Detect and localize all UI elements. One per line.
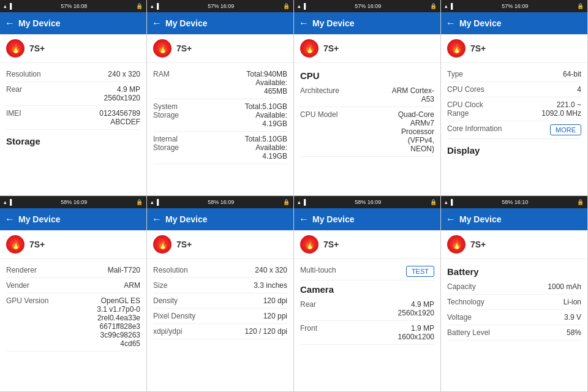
status-bar: ▴ ▐ 58% 16:10 🔒 — [441, 196, 587, 208]
nav-bar: ← My Device — [294, 12, 440, 34]
row-label-1: Rear — [6, 85, 61, 94]
lock-icon: 🔒 — [577, 3, 584, 9]
info-row-2: IMEI 0123456789ABCDEF — [6, 106, 140, 130]
back-button[interactable]: ← — [5, 214, 15, 225]
row-value-3: 58% — [567, 328, 581, 337]
row-label-0: Resolution — [6, 70, 61, 78]
row-label-0: Multi-touch — [300, 266, 355, 274]
panel-p1: ▴ ▐ 57% 16:08 🔒 ← My Device 🔥 7S+ Resolu… — [0, 0, 147, 196]
row-value-4: 120 / 120 dpi — [245, 327, 287, 336]
panel-p4: ▴ ▐ 57% 16:09 🔒 ← My Device 🔥 7S+ Type — [441, 0, 588, 196]
back-button[interactable]: ← — [299, 18, 309, 29]
status-bar: ▴ ▐ 58% 16:09 🔒 — [294, 196, 440, 208]
section-header: Battery — [447, 263, 581, 279]
status-time: 57% 16:08 — [61, 3, 87, 9]
info-row-1: Rear 4.9 MP2560x1920 — [6, 82, 140, 106]
wifi-icon: ▴ — [151, 199, 154, 205]
status-icons-left: ▴ ▐ — [151, 199, 159, 205]
panel-p2: ▴ ▐ 57% 16:09 🔒 ← My Device 🔥 7S+ RAM — [147, 0, 294, 196]
status-icons-right: 🔒 — [430, 3, 437, 9]
panel-content: Resolution 240 x 320 Rear 4.9 MP2560x192… — [0, 63, 146, 195]
nav-title: My Device — [165, 214, 207, 224]
panel-content: CPU Architecture ARM Cortex-A53 CPU Mode… — [294, 63, 440, 195]
row-value-3: 1.9 MP1600x1200 — [398, 324, 434, 341]
signal-icon: ▐ — [8, 199, 12, 205]
nav-bar: ← My Device — [0, 208, 146, 230]
row-value-2: 3.9 V — [564, 313, 581, 322]
device-header: 🔥 7S+ — [147, 230, 293, 259]
row-label-1: Technology — [447, 298, 502, 306]
status-bar: ▴ ▐ 57% 16:09 🔒 — [441, 0, 587, 12]
status-bar: ▴ ▐ 57% 16:08 🔒 — [0, 0, 146, 12]
row-value-2: 120 dpi — [263, 296, 287, 305]
status-icons-left: ▴ ▐ — [298, 199, 306, 205]
info-row-2: InternalStorage Total:5.10GBAvailable:4.… — [153, 132, 287, 164]
back-button[interactable]: ← — [5, 18, 15, 29]
device-name: 7S+ — [323, 43, 339, 53]
row-value-0: 1000 mAh — [548, 282, 581, 291]
panel-p6: ▴ ▐ 58% 16:09 🔒 ← My Device 🔥 7S+ Resolu… — [147, 196, 294, 392]
nav-title: My Device — [165, 18, 207, 28]
row-value-2: 221.0 ~1092.0 MHz — [541, 100, 581, 118]
back-button[interactable]: ← — [446, 18, 456, 29]
device-header: 🔥 7S+ — [0, 34, 146, 63]
panel-content: Resolution 240 x 320 Size 3.3 inches Den… — [147, 259, 293, 391]
status-icons-right: 🔒 — [136, 3, 143, 9]
status-time: 58% 16:09 — [61, 199, 87, 205]
footer-section: Storage — [6, 132, 140, 149]
panel-p7: ▴ ▐ 58% 16:09 🔒 ← My Device 🔥 7S+ Multi-… — [294, 196, 441, 392]
nav-title: My Device — [459, 214, 501, 224]
signal-icon: ▐ — [449, 3, 453, 9]
device-name: 7S+ — [470, 239, 486, 249]
row-label-0: Renderer — [6, 266, 61, 274]
back-button[interactable]: ← — [446, 214, 456, 225]
row-value-0: 64-bit — [563, 70, 581, 78]
info-row-0: Capacity 1000 mAh — [447, 279, 581, 295]
nav-bar: ← My Device — [294, 208, 440, 230]
action-button-0[interactable]: TEST — [406, 266, 434, 277]
status-icons-left: ▴ ▐ — [298, 3, 306, 9]
section-header-1: Camera — [300, 281, 434, 297]
info-row-0: Architecture ARM Cortex-A53 — [300, 83, 434, 107]
row-value-1: Li-ion — [564, 298, 581, 306]
row-label-2: CPU ClockRange — [447, 100, 502, 118]
wifi-icon: ▴ — [445, 3, 448, 9]
nav-bar: ← My Device — [0, 12, 146, 34]
info-row-1: CPU Model Quad-CoreARMv7Processor(VFPv4,… — [300, 107, 434, 157]
device-header: 🔥 7S+ — [441, 34, 587, 63]
device-name: 7S+ — [470, 43, 486, 53]
lock-icon: 🔒 — [577, 199, 584, 205]
panel-content: Type 64-bit CPU Cores 4 CPU ClockRange 2… — [441, 63, 587, 195]
status-icons-right: 🔒 — [283, 199, 290, 205]
back-button[interactable]: ← — [152, 214, 162, 225]
status-icons-left: ▴ ▐ — [445, 3, 453, 9]
info-row-1: Technology Li-ion — [447, 295, 581, 310]
info-row-3: Front 1.9 MP1600x1200 — [300, 321, 434, 345]
row-value-0: Total:940MBAvailable:465MB — [246, 70, 287, 96]
device-header: 🔥 7S+ — [0, 230, 146, 259]
info-row-2: Rear 4.9 MP2560x1920 — [300, 297, 434, 321]
info-row-1: Size 3.3 inches — [153, 278, 287, 293]
device-name: 7S+ — [176, 43, 192, 53]
info-row-0: Resolution 240 x 320 — [153, 263, 287, 278]
action-button-3[interactable]: MORE — [550, 124, 581, 135]
device-header: 🔥 7S+ — [294, 230, 440, 259]
status-icons-right: 🔒 — [577, 3, 584, 9]
status-icons-left: ▴ ▐ — [4, 199, 12, 205]
lock-icon: 🔒 — [430, 199, 437, 205]
row-value-0: Mali-T720 — [108, 266, 140, 274]
signal-icon: ▐ — [8, 3, 12, 9]
back-button[interactable]: ← — [152, 18, 162, 29]
row-value-1: Total:5.10GBAvailable:4.19GB — [245, 102, 287, 128]
row-label-3: Pixel Density — [153, 312, 208, 320]
row-label-0: Architecture — [300, 86, 355, 95]
nav-bar: ← My Device — [147, 208, 293, 230]
panel-content: Battery Capacity 1000 mAh Technology Li-… — [441, 259, 587, 391]
info-row-0: Resolution 240 x 320 — [6, 67, 140, 82]
status-time: 58% 16:10 — [502, 199, 528, 205]
nav-bar: ← My Device — [147, 12, 293, 34]
signal-icon: ▐ — [155, 199, 159, 205]
back-button[interactable]: ← — [299, 214, 309, 225]
info-row-3: Battery Level 58% — [447, 325, 581, 341]
row-label-1: SystemStorage — [153, 102, 208, 119]
